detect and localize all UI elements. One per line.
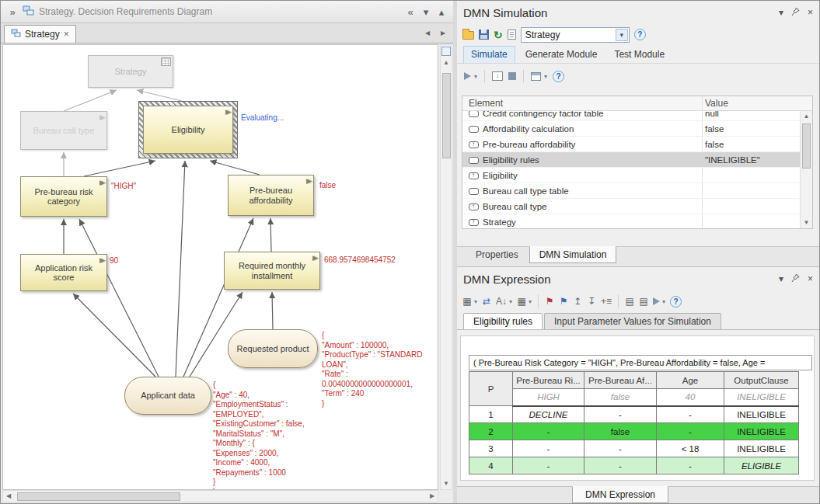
node-application-risk-score[interactable]: ▶ Application risk score xyxy=(20,254,107,291)
titlebar-up-icon[interactable]: ▴ xyxy=(436,6,447,18)
rule-cell[interactable]: false xyxy=(584,423,657,440)
scroll-down-icon[interactable]: ▼ xyxy=(441,478,452,489)
node-applicant-data[interactable]: Applicant data xyxy=(124,377,211,415)
rule-cell[interactable]: - xyxy=(584,440,657,457)
scroll-right-icon[interactable]: ▶ xyxy=(427,491,438,502)
table-row[interactable]: Bureau call type xyxy=(462,199,800,214)
titlebar-menu-icon[interactable]: ▾ xyxy=(420,6,431,18)
dropdown-icon[interactable]: ▾ xyxy=(474,298,477,305)
help-icon[interactable]: ? xyxy=(553,71,564,82)
rule-cell[interactable]: < 18 xyxy=(657,440,724,457)
swap-columns-icon[interactable]: ⇄ xyxy=(482,296,491,307)
table-row[interactable]: Credit contingency factor tablenull xyxy=(462,111,800,121)
rule-row[interactable]: 1 DECLINE - - INELIGIBLE xyxy=(469,406,799,423)
panel-menu-icon[interactable]: ▾ xyxy=(779,273,783,284)
rule-row-matched[interactable]: 2 - false - INELIGIBLE xyxy=(469,423,799,440)
validate-rule-icon[interactable]: ⚑ xyxy=(545,296,554,307)
collapse-left-icon[interactable]: « xyxy=(405,6,416,18)
canvas-horizontal-scrollbar[interactable]: ◀ ▶ xyxy=(2,490,438,502)
vertical-scroll-thumb[interactable] xyxy=(442,73,451,158)
edit-table-icon[interactable]: ▤ xyxy=(639,296,648,307)
tab-simulate[interactable]: Simulate xyxy=(463,46,515,63)
tab-dmn-expression[interactable]: DMN Expression xyxy=(572,486,668,503)
element-column-header[interactable]: Element xyxy=(469,98,503,109)
rule-cell[interactable]: - xyxy=(513,440,584,457)
run-options-icon[interactable]: ▾ xyxy=(662,298,665,305)
save-icon[interactable] xyxy=(479,30,489,40)
rule-cell[interactable]: - xyxy=(657,406,724,423)
scroll-left-icon[interactable]: ◀ xyxy=(3,491,14,502)
move-row-down-icon[interactable]: ↧ xyxy=(587,296,596,307)
add-row-icon[interactable]: +≡ xyxy=(601,296,612,307)
input-column-header[interactable]: Pre-Bureau Ri... xyxy=(513,372,584,389)
dropdown-icon[interactable]: ▾ xyxy=(529,298,532,305)
table-row[interactable]: Eligibility xyxy=(462,168,800,183)
canvas-vertical-scrollbar[interactable]: ▲ ▼ xyxy=(440,44,452,490)
tab-generate-module[interactable]: Generate Module xyxy=(518,47,605,63)
column-menu-icon[interactable]: ▦ xyxy=(517,296,526,307)
next-tab-icon[interactable]: ▸ xyxy=(438,27,448,38)
rule-cell[interactable]: - xyxy=(657,457,724,474)
node-pre-bureau-risk-category[interactable]: ▶ Pre-bureau risk category xyxy=(20,176,107,217)
pin-icon[interactable] xyxy=(791,273,800,285)
rule-flag-icon[interactable]: ⚑ xyxy=(559,296,568,307)
help-icon[interactable]: ? xyxy=(634,29,646,40)
tab-eligibility-rules[interactable]: Eligibility rules xyxy=(463,313,543,329)
table-row[interactable]: Pre-bureau affordabilityfalse xyxy=(462,137,800,152)
tab-dmn-simulation[interactable]: DMN Simulation xyxy=(529,246,617,263)
double-chevron-icon[interactable]: » xyxy=(7,6,18,18)
close-panel-icon[interactable]: × xyxy=(808,273,813,284)
prev-tab-icon[interactable]: ◂ xyxy=(422,27,433,38)
close-panel-icon[interactable]: × xyxy=(808,7,813,18)
rule-output-cell[interactable]: ELIGIBLE xyxy=(724,457,799,474)
rule-cell[interactable]: - xyxy=(513,423,584,440)
panel-menu-icon[interactable]: ▾ xyxy=(779,7,783,18)
hit-policy-cell[interactable]: P xyxy=(469,372,513,406)
tab-test-module[interactable]: Test Module xyxy=(607,47,672,63)
close-tab-icon[interactable]: × xyxy=(64,29,69,40)
scroll-up-icon[interactable]: ▲ xyxy=(441,57,452,68)
horizontal-scroll-thumb[interactable] xyxy=(17,492,180,501)
node-required-monthly-installment[interactable]: ▶ Required monthly installment xyxy=(224,252,320,290)
grid-scrollbar[interactable]: ▲ ▼ xyxy=(800,111,812,228)
run-simulation-icon[interactable] xyxy=(464,72,471,80)
rule-annotation-row[interactable]: ( Pre-Bureau Risk Category = "HIGH", Pre… xyxy=(469,355,812,370)
rule-cell[interactable]: - xyxy=(584,406,657,423)
table-menu-icon[interactable]: ▦ xyxy=(462,296,472,307)
node-requested-product[interactable]: Requested product xyxy=(228,329,318,368)
output-column-header[interactable]: OutputClause xyxy=(724,372,799,389)
edit-script-icon[interactable] xyxy=(508,30,516,40)
node-eligibility[interactable]: ▶ Eligibility xyxy=(143,106,233,154)
selection-hatch-border[interactable]: ▶ Eligibility xyxy=(138,101,238,158)
node-pre-bureau-affordability[interactable]: ▶ Pre-bureau affordability xyxy=(228,175,314,216)
rule-cell[interactable]: DECLINE xyxy=(513,406,584,423)
move-row-up-icon[interactable]: ↥ xyxy=(573,296,582,307)
value-column-header[interactable]: Value xyxy=(705,98,728,109)
scroll-down-icon[interactable]: ▼ xyxy=(801,217,812,228)
diagram-canvas[interactable]: Strategy ▶ Bureau call type ▶ Eligibilit… xyxy=(2,44,438,490)
rule-row[interactable]: 3 - - < 18 INELIGIBLE xyxy=(469,440,799,457)
run-expression-icon[interactable] xyxy=(653,297,660,305)
window-options-icon[interactable]: ▾ xyxy=(544,73,547,80)
rule-output-cell[interactable]: INELIGIBLE xyxy=(724,423,799,440)
run-options-icon[interactable]: ▾ xyxy=(474,73,477,80)
refresh-icon[interactable]: ↻ xyxy=(494,30,503,40)
stop-icon[interactable] xyxy=(508,72,516,80)
scroll-thumb[interactable] xyxy=(802,123,811,169)
dropdown-icon[interactable]: ▾ xyxy=(509,298,512,305)
window-icon[interactable] xyxy=(531,72,541,81)
tab-properties[interactable]: Properties xyxy=(466,247,528,262)
node-bureau-call-type[interactable]: ▶ Bureau call type xyxy=(20,111,107,150)
table-row[interactable]: Affordability calculationfalse xyxy=(462,121,800,137)
table-row[interactable]: Bureau call type table xyxy=(462,183,800,199)
model-select[interactable]: Strategy ▾ xyxy=(521,27,630,43)
rule-output-cell[interactable]: INELIGIBLE xyxy=(724,440,799,457)
table-row-selected[interactable]: Eligibility rules"INELIGIBLE" xyxy=(462,152,800,168)
diagram-overview-button[interactable] xyxy=(441,47,451,56)
rule-cell[interactable]: - xyxy=(513,457,584,474)
tab-strategy[interactable]: Strategy × xyxy=(4,25,76,43)
pin-icon[interactable] xyxy=(791,7,800,19)
table-row[interactable]: Strategy xyxy=(462,214,800,228)
input-column-header[interactable]: Age xyxy=(657,372,724,389)
rule-output-cell[interactable]: INELIGIBLE xyxy=(724,406,799,423)
